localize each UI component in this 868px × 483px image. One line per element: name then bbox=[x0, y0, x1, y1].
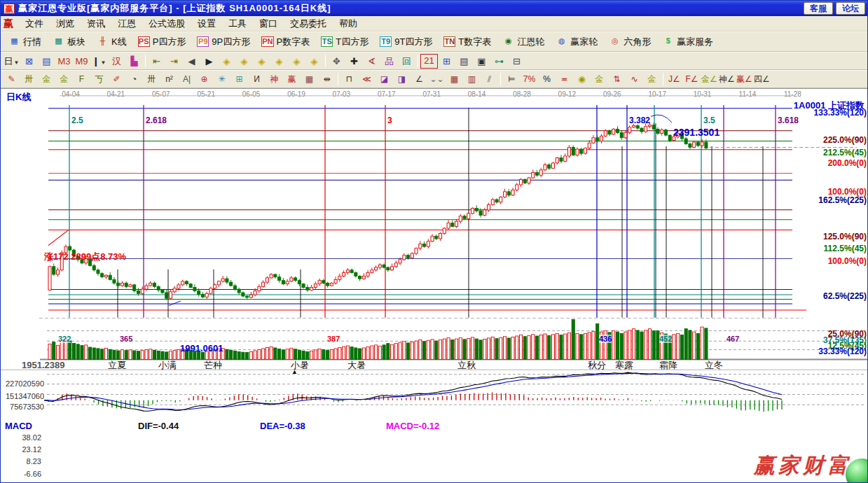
toolbar-button-sectors[interactable]: ▩板块 bbox=[47, 34, 91, 50]
span-arrows-button[interactable]: ⇹ bbox=[318, 72, 336, 87]
starburst-button[interactable]: ✳ bbox=[213, 72, 230, 87]
menu-item-帮助[interactable]: 帮助 bbox=[333, 16, 364, 31]
gann-marks-button[interactable]: 汉 bbox=[108, 54, 125, 69]
diamond-plus-button[interactable]: ◈ bbox=[288, 54, 305, 69]
pattern-tool-button[interactable]: 回 bbox=[398, 54, 415, 69]
toolbar-button-label: 六角形 bbox=[624, 36, 651, 48]
zoom-window-button[interactable]: ⊠ bbox=[20, 54, 38, 69]
j-angle-button[interactable]: J∠ bbox=[666, 72, 683, 87]
red-grid-1-button[interactable]: ▦ bbox=[446, 72, 463, 87]
toolbar-button-t-table[interactable]: TNT数字表 bbox=[438, 34, 497, 50]
percent-line-button[interactable]: ≖ bbox=[556, 72, 573, 87]
shaded-square-button[interactable]: ◪ bbox=[376, 72, 393, 87]
gann-frame-tool-button[interactable]: 品 bbox=[380, 54, 398, 69]
f-angle-button[interactable]: F∠ bbox=[683, 72, 701, 87]
title-bar[interactable]: 赢 赢家江恩专业版[赢家内部服务平台] - [上证指数 SH1A0001-164… bbox=[1, 1, 867, 16]
marker-knife-button[interactable]: ✐ bbox=[108, 72, 125, 87]
toolbar-button-gann-wheel[interactable]: ◉江恩轮 bbox=[497, 34, 550, 50]
time-clock-button[interactable]: ◔ bbox=[125, 72, 143, 87]
menu-item-江恩[interactable]: 江恩 bbox=[111, 16, 142, 31]
percent-slash-button[interactable]: 7% bbox=[521, 72, 538, 87]
last-bar-button[interactable]: ⇥ bbox=[165, 54, 183, 69]
forum-button[interactable]: 论坛 bbox=[836, 2, 865, 15]
toolbar-button-hexagon[interactable]: ◎六角形 bbox=[603, 34, 656, 50]
bars-3-button[interactable]: M3 bbox=[55, 54, 73, 69]
win-grid-button[interactable]: 赢 bbox=[283, 72, 301, 87]
toolbar-button-winner-service[interactable]: $赢家服务 bbox=[656, 34, 719, 50]
slant-lines-button[interactable]: ⫽ bbox=[481, 72, 498, 87]
red-grid-2-button[interactable]: ▥ bbox=[463, 72, 481, 87]
toolbar-button-p-square[interactable]: PSP四方形 bbox=[132, 34, 192, 50]
square-net-button[interactable]: ⊞ bbox=[230, 72, 248, 87]
gold-grid-2-button[interactable]: 金 bbox=[55, 72, 73, 87]
angle-line-button[interactable]: ∠ bbox=[411, 72, 428, 87]
menu-item-公式选股[interactable]: 公式选股 bbox=[142, 16, 191, 31]
k-mark-button[interactable]: И bbox=[248, 72, 266, 87]
circle-cross-button[interactable]: ⊕ bbox=[195, 72, 213, 87]
bar-count-button[interactable]: 卅 bbox=[143, 72, 160, 87]
fan-lines-button[interactable]: ≪ bbox=[358, 72, 376, 87]
chart-area[interactable]: 日K线 1A0001 上证指数 04-0404-2105-0705-2106-0… bbox=[1, 88, 868, 483]
info-list-button[interactable]: ▤ bbox=[38, 54, 55, 69]
menu-item-窗口[interactable]: 窗口 bbox=[253, 16, 284, 31]
f-grid-button[interactable]: F bbox=[73, 72, 90, 87]
four-angle-button[interactable]: 四∠ bbox=[753, 72, 771, 87]
toolbar-button-9p-square[interactable]: P99P四方形 bbox=[191, 34, 256, 50]
half-square-button[interactable]: ◨ bbox=[393, 72, 411, 87]
period-day-dropdown-button[interactable]: 日▼ bbox=[3, 54, 20, 69]
toolbar-button-quotes[interactable]: ▦行情 bbox=[3, 34, 47, 50]
crosshair-tool-button[interactable]: ✚ bbox=[345, 54, 363, 69]
menu-item-文件[interactable]: 文件 bbox=[19, 16, 50, 31]
first-bar-button[interactable]: ⇤ bbox=[148, 54, 165, 69]
toolbar-button-kline[interactable]: ╫K线 bbox=[91, 34, 132, 50]
menu-item-设置[interactable]: 设置 bbox=[191, 16, 222, 31]
color-histogram-button[interactable]: ▙ bbox=[125, 54, 143, 69]
menu-item-浏览[interactable]: 浏览 bbox=[50, 16, 81, 31]
win-angle-button[interactable]: 赢∠ bbox=[736, 72, 753, 87]
gold-angle-button[interactable]: 金∠ bbox=[701, 72, 718, 87]
diamond-star-button[interactable]: ◈ bbox=[305, 54, 323, 69]
wave-tool-button[interactable]: ∿ bbox=[626, 72, 643, 87]
percent-tool-button[interactable]: % bbox=[538, 72, 556, 87]
network-button[interactable]: ⊶ bbox=[490, 54, 508, 69]
diamond-left-button[interactable]: ◈ bbox=[218, 54, 235, 69]
menu-item-工具[interactable]: 工具 bbox=[222, 16, 253, 31]
price-ruler-button[interactable]: ⊨ bbox=[503, 72, 521, 87]
gold-circle-button[interactable]: ◉ bbox=[573, 72, 591, 87]
n-square-button[interactable]: n² bbox=[160, 72, 178, 87]
knife-tool-button[interactable]: ✎ bbox=[3, 72, 20, 87]
prev-bar-button[interactable]: ◀ bbox=[183, 54, 200, 69]
next-bar-button[interactable]: ▶ bbox=[200, 54, 218, 69]
notes-button[interactable]: ▤ bbox=[455, 54, 473, 69]
print-button[interactable]: ⊟ bbox=[508, 54, 525, 69]
gold-angle-tool-button[interactable]: 金 bbox=[643, 72, 661, 87]
v-waves-button[interactable]: ⌄⌄ bbox=[428, 72, 446, 87]
shen-angle-button[interactable]: 神∠ bbox=[718, 72, 736, 87]
calendar-button[interactable]: 21 bbox=[420, 54, 438, 69]
a-line-button[interactable]: A| bbox=[178, 72, 195, 87]
shen-grid-button[interactable]: 神 bbox=[266, 72, 283, 87]
hand-tool-button[interactable]: ✥ bbox=[328, 54, 345, 69]
bars-9-button[interactable]: M9 bbox=[73, 54, 90, 69]
gold-lines-button[interactable]: 金 bbox=[591, 72, 608, 87]
spiral-tool-button[interactable]: 丂 bbox=[90, 72, 108, 87]
diamond-horizontal-button[interactable]: ◈ bbox=[253, 54, 270, 69]
box-tool-button[interactable]: ⊓ bbox=[340, 72, 358, 87]
toolbar-button-winner-wheel[interactable]: ◍赢家轮 bbox=[550, 34, 603, 50]
candle-style-dropdown-button[interactable]: ❙▼ bbox=[90, 54, 108, 69]
toolbar-button-t-square[interactable]: TST四方形 bbox=[315, 34, 374, 50]
calculator-button[interactable]: ⊞ bbox=[438, 54, 455, 69]
customer-service-button[interactable]: 客服 bbox=[804, 2, 833, 15]
toolbar-button-p-table[interactable]: PNP数字表 bbox=[256, 34, 315, 50]
diamond-cross-button[interactable]: ◈ bbox=[270, 54, 288, 69]
num-grid-button[interactable]: ▦ bbox=[301, 72, 318, 87]
updown-mark-button[interactable]: ⇅ bbox=[608, 72, 626, 87]
diamond-right-button[interactable]: ◈ bbox=[235, 54, 253, 69]
menu-item-交易委托[interactable]: 交易委托 bbox=[284, 16, 333, 31]
day-grid-tool-button[interactable]: 卅 bbox=[20, 72, 38, 87]
menu-item-资讯[interactable]: 资讯 bbox=[81, 16, 111, 31]
save-button[interactable]: ▣ bbox=[473, 54, 490, 69]
gold-grid-1-button[interactable]: 金 bbox=[38, 72, 55, 87]
toolbar-button-9t-square[interactable]: T99T四方形 bbox=[374, 34, 438, 50]
angle-tool-button[interactable]: ∢ bbox=[363, 54, 380, 69]
